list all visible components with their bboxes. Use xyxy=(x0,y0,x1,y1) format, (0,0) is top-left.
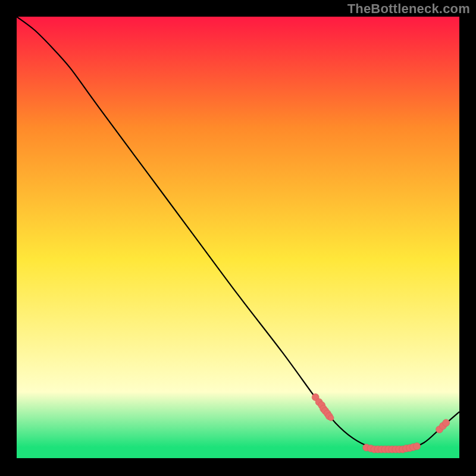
data-point xyxy=(328,415,334,421)
watermark-text: TheBottleneck.com xyxy=(347,1,470,17)
data-point xyxy=(414,443,421,450)
chart-svg xyxy=(0,0,476,476)
plot-background xyxy=(17,17,459,458)
chart-stage: { "watermark": "TheBottleneck.com", "col… xyxy=(0,0,476,476)
data-point xyxy=(443,419,450,427)
